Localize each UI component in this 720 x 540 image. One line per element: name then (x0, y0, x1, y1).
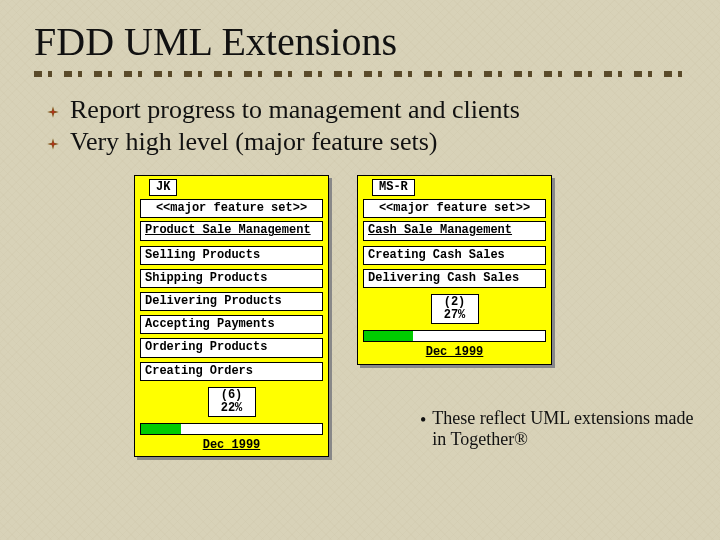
star-icon (46, 105, 60, 119)
bullet-dot-icon: • (420, 410, 426, 450)
owner-tab: JK (149, 179, 177, 196)
bullet-text: Very high level (major feature sets) (70, 127, 437, 157)
bullet-text: Report progress to management and client… (70, 95, 520, 125)
feature-row: Creating Orders (140, 362, 323, 381)
feature-set-card: JK <<major feature set>> Product Sale Ma… (134, 175, 329, 457)
feature-count: (6) (211, 389, 253, 402)
svg-marker-1 (49, 108, 57, 116)
slide-title: FDD UML Extensions (34, 18, 686, 65)
feature-row: Ordering Products (140, 338, 323, 357)
owner-tab: MS-R (372, 179, 415, 196)
footnote: • These reflect UML extensions made in T… (420, 408, 700, 450)
feature-set-name: Product Sale Management (140, 221, 323, 240)
progress-fill (141, 424, 181, 434)
stats-box: (6) 22% (208, 387, 256, 417)
bullet-item: Very high level (major feature sets) (46, 127, 686, 157)
stats-box: (2) 27% (431, 294, 479, 324)
feature-row: Accepting Payments (140, 315, 323, 334)
stereotype-label: <<major feature set>> (363, 199, 546, 218)
target-date: Dec 1999 (135, 437, 328, 456)
feature-row: Selling Products (140, 246, 323, 265)
footnote-text: These reflect UML extensions made in Tog… (432, 408, 700, 450)
feature-set-name: Cash Sale Management (363, 221, 546, 240)
feature-row: Shipping Products (140, 269, 323, 288)
progress-bar (140, 423, 323, 435)
feature-row: Creating Cash Sales (363, 246, 546, 265)
percent-complete: 27% (434, 309, 476, 322)
feature-set-card: MS-R <<major feature set>> Cash Sale Man… (357, 175, 552, 365)
title-underline (34, 71, 686, 77)
target-date: Dec 1999 (358, 344, 551, 363)
percent-complete: 22% (211, 402, 253, 415)
stereotype-label: <<major feature set>> (140, 199, 323, 218)
bullet-list: Report progress to management and client… (46, 95, 686, 157)
bullet-item: Report progress to management and client… (46, 95, 686, 125)
progress-fill (364, 331, 413, 341)
progress-bar (363, 330, 546, 342)
feature-row: Delivering Cash Sales (363, 269, 546, 288)
feature-row: Delivering Products (140, 292, 323, 311)
svg-marker-3 (49, 140, 57, 148)
star-icon (46, 137, 60, 151)
